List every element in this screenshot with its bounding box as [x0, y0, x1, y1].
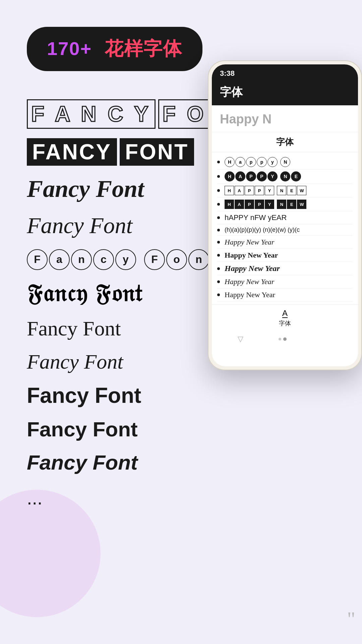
phone-bullet: [217, 216, 220, 219]
home-dot-2: [283, 337, 287, 341]
ellipsis-text: ...: [27, 484, 43, 512]
phone-font-item-1[interactable]: Happy N: [217, 155, 353, 169]
phone-filled-circle-letters: HAPPY NE: [225, 171, 301, 181]
phone-bottom-bar: A 字体: [212, 304, 358, 331]
header-badge: 170+ 花样字体: [27, 27, 202, 71]
phone-font-item-10[interactable]: Happy New Year: [217, 275, 353, 288]
font-style-circled: F a n c y F o n t: [27, 248, 231, 271]
font-sample-10[interactable]: Fancy Font: [27, 413, 342, 446]
phone-time: 3:38: [220, 69, 235, 78]
phone-font-item-7[interactable]: Happy New Year: [217, 236, 353, 249]
phone-font-item-6[interactable]: (h)(a)(p)(p)(y) (n)(e)(w) (y)(c: [217, 224, 353, 236]
phone-font-item-4[interactable]: HAPPY NEW: [217, 198, 353, 211]
phone-bullet: [217, 175, 220, 178]
phone-bullet: [217, 293, 220, 296]
font-style-filled-box: FANCY FONT: [27, 138, 194, 166]
phone-font-text-gothic: Happy New Year: [225, 264, 280, 273]
font-style-script-thin: Fancy Font: [27, 212, 132, 239]
font-style-gothic: 𝔉𝔞𝔫𝔠𝔶 𝔉𝔬𝔫𝔱: [27, 280, 142, 307]
phone-bullet: [217, 241, 220, 244]
phone-frame: 3:38 字体 Happy N 字体 Happy N: [208, 60, 362, 370]
phone-bullet: [217, 161, 220, 163]
phone-bullet: [217, 254, 220, 257]
phone-font-item-8[interactable]: Happy New Year: [217, 249, 353, 262]
font-style-script-bold: Fancy Font: [27, 175, 144, 203]
font-style-bold-sans-med: Fancy Font: [27, 417, 138, 441]
phone-screen: 3:38 字体 Happy N 字体 Happy N: [212, 64, 358, 366]
phone-font-icon: A: [282, 309, 288, 318]
phone-bullet: [217, 189, 220, 192]
phone-bullet: [217, 267, 220, 270]
phone-bullet: [217, 203, 220, 206]
phone-font-text-bold-serif: Happy New Year: [225, 251, 278, 260]
font-sample-9[interactable]: Fancy Font: [27, 378, 342, 413]
font-sample-11[interactable]: Fancy Font: [27, 446, 342, 479]
phone-font-item-3[interactable]: HAPPY NEW: [217, 184, 353, 198]
phone-bullet: [217, 280, 220, 283]
badge-cn-text: 花样字体: [105, 38, 182, 59]
phone-filled-square-letters: HAPPY NEW: [225, 200, 306, 209]
phone-font-text-script: Happy New Year: [225, 238, 274, 247]
phone-font-item-9[interactable]: Happy New Year: [217, 262, 353, 275]
phone-square-letters: HAPPY NEW: [225, 186, 306, 195]
phone-font-text-mixedcase: hAPPY nFW yEAR: [225, 213, 287, 222]
phone-nav-title: 字体: [220, 86, 243, 98]
font-style-serif: Fancy Font: [27, 317, 121, 340]
phone-font-item-11[interactable]: Happy New Year: [217, 288, 353, 302]
phone-preview-text: Happy N: [212, 105, 358, 132]
phone-font-text-serif: Happy New Year: [225, 290, 275, 299]
badge-number: 170+: [47, 38, 92, 59]
phone-font-list: Happy N HAPPY NE HAPPY NEW: [212, 152, 358, 304]
phone-font-item-5[interactable]: hAPPY nFW yEAR: [217, 211, 353, 224]
font-style-bold-sans: Fancy Font: [27, 383, 141, 408]
font-style-bold-italic: Fancy Font: [27, 450, 138, 474]
quote-decoration: ": [347, 607, 356, 631]
phone-circled-letters: Happy N: [225, 157, 290, 167]
font-style-serif-italic: Fancy Font: [27, 350, 123, 374]
phone-nav-bar: 字体: [212, 81, 358, 105]
phone-bottom-label: 字体: [279, 319, 291, 327]
phone-font-text-parenthesized: (h)(a)(p)(p)(y) (n)(e)(w) (y)(c: [225, 226, 300, 233]
font-sample-ellipsis: ...: [27, 479, 342, 517]
phone-status-bar: 3:38: [212, 64, 358, 81]
phone-mockup: 3:38 字体 Happy N 字体 Happy N: [208, 60, 362, 370]
phone-font-item-2[interactable]: HAPPY NE: [217, 169, 353, 184]
home-dot-1: [279, 338, 281, 340]
phone-section-header: 字体: [212, 132, 358, 152]
phone-font-text-light-italic: Happy New Year: [225, 277, 274, 286]
phone-back-triangle[interactable]: ▽: [238, 335, 243, 343]
phone-home-indicator: ▽: [212, 331, 358, 348]
phone-bullet: [217, 229, 220, 231]
